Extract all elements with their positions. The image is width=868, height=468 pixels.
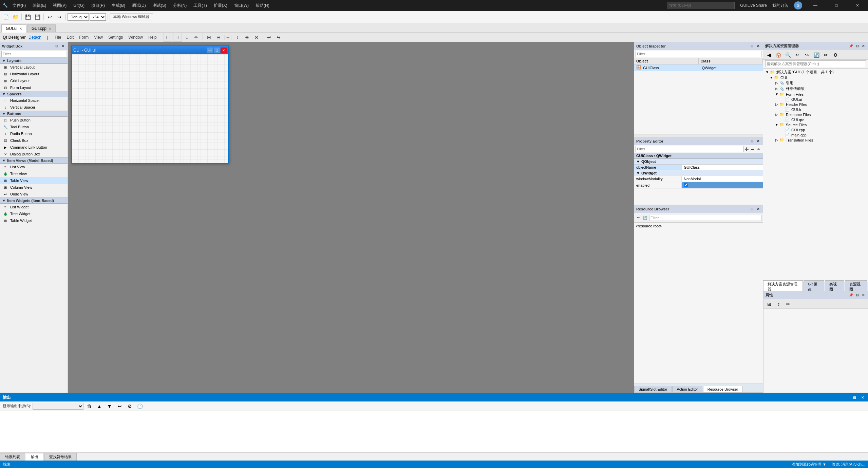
qt-menu-edit[interactable]: Edit bbox=[65, 35, 75, 40]
expand-solution[interactable]: ▼ bbox=[765, 70, 770, 74]
widget-box-float-btn[interactable]: ⊟ bbox=[54, 43, 59, 49]
tab-gui-ui[interactable]: GUI.ui ✕ bbox=[1, 24, 26, 33]
widget-column-view[interactable]: ⊞ Column View bbox=[0, 184, 68, 191]
prop-row-objectname[interactable]: objectName GUIClass bbox=[634, 165, 763, 170]
widget-tree-widget[interactable]: 🌲 Tree Widget bbox=[0, 210, 68, 217]
widget-check-box[interactable]: ☑ Check Box bbox=[0, 137, 68, 144]
widget-horizontal-layout[interactable]: ⊟ Horizontal Layout bbox=[0, 71, 68, 77]
widget-tree-view[interactable]: 🌲 Tree View bbox=[0, 170, 68, 177]
sol-toolbar-4[interactable]: ↩ bbox=[793, 51, 802, 59]
widget-filter-input[interactable] bbox=[1, 51, 66, 57]
prop-value-objectname[interactable]: GUIClass bbox=[682, 165, 763, 170]
designer-tool-1[interactable]: □ bbox=[164, 33, 172, 42]
save-all-btn[interactable]: 💾 bbox=[33, 13, 42, 21]
prop-add-btn[interactable]: ➕ bbox=[744, 146, 749, 152]
platform-dropdown[interactable]: x64 bbox=[90, 13, 106, 21]
widget-table-view[interactable]: ⊞ Table View bbox=[0, 177, 68, 184]
status-source-control[interactable]: 添加到源代码管理 ▼ bbox=[792, 462, 826, 467]
output-tab-errors[interactable]: 错误列表 bbox=[0, 453, 25, 461]
widget-vertical-spacer[interactable]: ↕ Vertical Spacer bbox=[0, 104, 68, 111]
expand-gui[interactable]: ▼ bbox=[769, 76, 774, 79]
tab-gui-cpp[interactable]: GUI.cpp ✕ bbox=[27, 24, 56, 32]
designer-tool-4[interactable]: ✏ bbox=[192, 33, 201, 42]
widget-command-link-button[interactable]: ▶ Command Link Button bbox=[0, 144, 68, 151]
designer-tool-7[interactable]: |↔| bbox=[224, 33, 232, 42]
widget-vertical-layout[interactable]: ⊞ Vertical Layout bbox=[0, 64, 68, 71]
sol-toolbar-6[interactable]: 🔄 bbox=[812, 51, 821, 59]
designer-tool-10[interactable]: ⊗ bbox=[252, 33, 261, 42]
widget-push-button[interactable]: □ Push Button bbox=[0, 117, 68, 124]
category-layouts[interactable]: ▼ Layouts bbox=[0, 58, 68, 64]
category-item-widgets[interactable]: ▼ Item Widgets (Item-Based) bbox=[0, 198, 68, 204]
prop-configure-btn[interactable]: ✏ bbox=[756, 146, 761, 152]
qt-menu-view[interactable]: View bbox=[93, 35, 104, 40]
sol-toolbar-1[interactable]: ◀ bbox=[765, 51, 773, 59]
category-buttons[interactable]: ▼ Buttons bbox=[0, 111, 68, 117]
qt-designer-detach[interactable]: Detach bbox=[29, 35, 41, 40]
category-item-views[interactable]: ▼ Item Views (Model-Based) bbox=[0, 157, 68, 164]
tree-item-references[interactable]: ▷ 📎 引用 bbox=[763, 80, 868, 86]
menu-git[interactable]: Git(G) bbox=[71, 3, 87, 8]
props-sort-btn[interactable]: ↕ bbox=[774, 300, 783, 308]
form-body[interactable] bbox=[72, 54, 228, 163]
widget-list-view[interactable]: ≡ List View bbox=[0, 164, 68, 170]
expand-references[interactable]: ▷ bbox=[774, 81, 779, 85]
tree-item-ext-deps[interactable]: ▷ 📎 外部依赖项 bbox=[763, 86, 868, 92]
props-grid-btn[interactable]: ⊞ bbox=[765, 300, 774, 308]
widget-horizontal-spacer[interactable]: ↔ Horizontal Spacer bbox=[0, 97, 68, 104]
widget-list-widget[interactable]: ≡ List Widget bbox=[0, 204, 68, 210]
output-source-dropdown[interactable] bbox=[33, 403, 83, 410]
widget-box-close-btn[interactable]: ✕ bbox=[60, 43, 65, 49]
designer-tool-3[interactable]: ○ bbox=[183, 33, 191, 42]
menu-help[interactable]: 帮助(H) bbox=[253, 3, 271, 8]
output-tab-find[interactable]: 查找符号结果 bbox=[44, 453, 77, 461]
run-debug-btn[interactable]: 本地 Windows 调试器 bbox=[110, 13, 153, 20]
redo-btn[interactable]: ↪ bbox=[55, 13, 64, 21]
close-button[interactable]: ✕ bbox=[850, 0, 865, 11]
output-scroll-up-btn[interactable]: ▲ bbox=[95, 402, 104, 411]
object-inspector-close-btn[interactable]: ✕ bbox=[755, 43, 761, 49]
tab-signal-slot-editor[interactable]: Signal/Slot Editor bbox=[634, 386, 672, 392]
menu-extensions[interactable]: 扩展(X) bbox=[212, 3, 229, 8]
property-editor-float-btn[interactable]: ⊟ bbox=[749, 138, 755, 144]
sol-toolbar-5[interactable]: ↪ bbox=[803, 51, 811, 59]
minimize-button[interactable]: — bbox=[808, 0, 823, 11]
maximize-button[interactable]: □ bbox=[829, 0, 844, 11]
form-minimize-btn[interactable]: — bbox=[207, 48, 213, 53]
tree-item-main-cpp[interactable]: 📄 main.cpp bbox=[763, 132, 868, 137]
title-search-input[interactable] bbox=[667, 2, 735, 9]
tree-item-gui-qrc[interactable]: 📄 GUI.qrc bbox=[763, 117, 868, 122]
new-btn[interactable]: 📄 bbox=[1, 13, 10, 21]
enabled-checkbox[interactable] bbox=[684, 183, 688, 187]
resource-browser-float-btn[interactable]: ⊟ bbox=[749, 206, 755, 212]
prop-value-enabled[interactable] bbox=[682, 182, 763, 188]
account-btn[interactable]: 我的订阅 bbox=[772, 3, 789, 8]
widget-radio-button[interactable]: ○ Radio Button bbox=[0, 130, 68, 137]
qt-menu-file[interactable]: File bbox=[53, 35, 62, 40]
prop-value-windowmodality[interactable]: NonModal bbox=[682, 176, 763, 182]
sol-float-btn[interactable]: ⊟ bbox=[854, 43, 860, 49]
sol-toolbar-3[interactable]: 🔍 bbox=[784, 51, 792, 59]
res-edit-btn[interactable]: ✏ bbox=[636, 215, 641, 221]
debug-config-dropdown[interactable]: Debug bbox=[68, 13, 89, 21]
output-clear-btn[interactable]: 🗑 bbox=[85, 402, 94, 411]
props-edit-btn[interactable]: ✏ bbox=[784, 300, 793, 308]
output-wrap-btn[interactable]: ↩ bbox=[115, 402, 124, 411]
expand-header-files[interactable]: ▷ bbox=[774, 102, 779, 106]
qt-menu-window[interactable]: Window bbox=[127, 35, 144, 40]
expand-form-files[interactable]: ▼ bbox=[774, 92, 779, 96]
tab-gui-cpp-close[interactable]: ✕ bbox=[49, 27, 51, 31]
resource-browser-close-btn[interactable]: ✕ bbox=[755, 206, 761, 212]
tree-item-header-files[interactable]: ▷ 📁 Header Files bbox=[763, 102, 868, 107]
designer-tool-5[interactable]: ⊞ bbox=[205, 33, 213, 42]
tree-item-solution[interactable]: ▼ 📁 解决方案 'GUI' (1 个项目，共 1 个) bbox=[763, 69, 868, 75]
output-close-btn[interactable]: ✕ bbox=[860, 395, 865, 400]
menu-project[interactable]: 项目(P) bbox=[89, 3, 107, 8]
prop-group-qobject[interactable]: ▼ QObject bbox=[634, 159, 763, 165]
solution-search-input[interactable] bbox=[765, 60, 866, 67]
output-history-btn[interactable]: 🕐 bbox=[136, 402, 145, 411]
open-btn[interactable]: 📁 bbox=[11, 13, 20, 21]
designer-tool-8[interactable]: ↕ bbox=[233, 33, 242, 42]
sol-pin-btn[interactable]: 📌 bbox=[848, 43, 854, 49]
form-close-btn[interactable]: ✕ bbox=[221, 48, 227, 53]
